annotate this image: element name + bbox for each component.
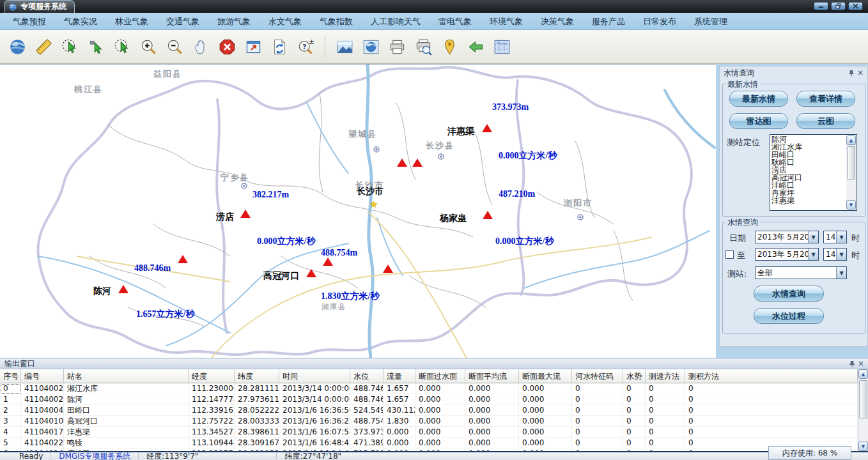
menu-item[interactable]: 水文气象	[260, 13, 311, 30]
restore-button[interactable]	[831, 2, 846, 10]
chevron-down-icon[interactable]: ▼	[808, 249, 818, 260]
menu-item[interactable]: 人工影响天气	[362, 13, 430, 30]
previous-view-icon[interactable]	[466, 37, 485, 56]
menu-item[interactable]: 气象预报	[4, 13, 55, 30]
zoom-in-icon[interactable]	[139, 37, 158, 56]
minimize-button[interactable]	[814, 2, 828, 10]
menu-item[interactable]: 气象指数	[311, 13, 362, 30]
table-row[interactable]: 141104002陈河112.14777827.9736112013/3/14 …	[0, 394, 858, 405]
column-header[interactable]: 水位	[350, 369, 384, 383]
panel-close-icon[interactable]: ×	[856, 359, 865, 368]
water-query-button[interactable]: 水情查询	[754, 286, 824, 302]
print-preview-icon[interactable]	[414, 37, 433, 56]
menu-item[interactable]: 服务产品	[583, 13, 634, 30]
station-marker-icon[interactable]	[240, 210, 251, 218]
hour-from-select[interactable]: 14▼	[823, 231, 847, 243]
column-header[interactable]: 测速方法	[646, 369, 685, 383]
column-header[interactable]: 断面平均流	[465, 369, 519, 383]
chevron-down-icon[interactable]: ▼	[836, 231, 846, 243]
pan-hand-icon[interactable]	[191, 37, 210, 56]
scroll-down-icon[interactable]: ▼	[846, 200, 856, 210]
view-details-button[interactable]: 查看详情	[796, 91, 855, 107]
image-swipe-icon[interactable]	[335, 37, 354, 56]
refresh-icon[interactable]	[270, 37, 289, 56]
column-header[interactable]: 编号	[21, 369, 64, 383]
column-header[interactable]: 纬度	[235, 369, 279, 383]
column-header[interactable]: 断面过水面	[415, 369, 465, 383]
panel-close-icon[interactable]: ×	[856, 68, 865, 77]
list-item[interactable]: 沣惠渠	[771, 197, 846, 204]
menu-item[interactable]: 日常发布	[634, 13, 685, 30]
station-marker-icon[interactable]	[306, 269, 316, 277]
menu-item[interactable]: 林业气象	[106, 13, 157, 30]
table-row[interactable]: 341104010高冠河口112.75722228.0033332013/1/6…	[0, 416, 858, 427]
listbox-scrollbar[interactable]: ▲ ▼	[846, 135, 856, 210]
table-header[interactable]: 序号编号站名经度纬度时间水位流量断面过水面断面平均流断面最大流河水特征码水势测速…	[0, 369, 858, 383]
chevron-down-icon[interactable]: ▼	[836, 249, 846, 260]
column-header[interactable]: 测积方法	[685, 369, 858, 383]
menu-item[interactable]: 决策气象	[532, 13, 583, 30]
menu-item[interactable]: 系统管理	[685, 13, 736, 30]
close-button[interactable]	[848, 2, 863, 10]
select-circle-icon[interactable]	[112, 37, 132, 56]
scroll-thumb[interactable]	[859, 380, 867, 418]
column-header[interactable]: 流量	[384, 369, 415, 383]
station-marker-icon[interactable]	[412, 158, 422, 167]
to-date-checkbox[interactable]	[725, 250, 734, 259]
station-marker-icon[interactable]	[483, 211, 493, 219]
chevron-down-icon[interactable]: ▼	[808, 231, 818, 243]
date-from-select[interactable]: 2013年 5月20日▼	[755, 231, 819, 243]
station-select[interactable]: 全部▼	[755, 266, 847, 279]
station-listbox[interactable]: 陈河湘江水库田峪口耿峪口涝店高冠河口沣峪口冉家坪沣惠渠 ▲ ▼	[770, 134, 857, 211]
menu-item[interactable]: 旅游气象	[208, 13, 260, 30]
fit-window-icon[interactable]	[244, 37, 263, 56]
locate-pin-icon[interactable]	[440, 37, 459, 56]
globe-icon[interactable]	[8, 37, 27, 56]
identify-icon[interactable]: ?±	[296, 37, 315, 56]
hour-to-select[interactable]: 14▼	[823, 248, 847, 261]
station-marker-icon[interactable]	[482, 124, 492, 132]
scroll-up-icon[interactable]: ▲	[846, 135, 856, 145]
menu-item[interactable]: 雷电气象	[430, 13, 481, 30]
measure-ruler-icon[interactable]	[34, 37, 53, 56]
date-to-select[interactable]: 2013年 5月20日▼	[755, 248, 819, 261]
select-arrow-icon[interactable]	[86, 37, 105, 56]
menu-item[interactable]: 环境气象	[481, 13, 532, 30]
column-header[interactable]: 时间	[279, 369, 350, 383]
pin-icon[interactable]	[847, 68, 856, 77]
station-marker-icon[interactable]	[178, 255, 188, 263]
column-header[interactable]: 水势	[623, 369, 646, 383]
table-row[interactable]: 041104002湘江水库111.23000028.2811112013/3/1…	[0, 383, 858, 394]
map-canvas[interactable]: 益阳县桃江县宁乡县望城县长沙县长沙市浏阳市湘潭县沣惠渠长沙市杨家蛊涝店陈河高冠河…	[0, 64, 716, 358]
chevron-down-icon[interactable]: ▼	[836, 267, 846, 279]
stop-icon[interactable]	[217, 37, 236, 56]
table-scrollbar[interactable]: ▲ ▼	[858, 369, 868, 451]
table-row[interactable]: 541104022鸣犊113.10944428.3091672013/1/6 1…	[0, 438, 858, 448]
water-level-process-button[interactable]: 水位过程	[754, 308, 824, 324]
column-header[interactable]: 经度	[189, 369, 235, 383]
column-header[interactable]: 河水特征码	[572, 369, 623, 383]
select-features-icon[interactable]	[60, 37, 79, 56]
column-header[interactable]: 站名	[64, 369, 189, 383]
world-view-icon[interactable]	[361, 37, 380, 56]
pin-icon[interactable]	[848, 359, 856, 368]
column-header[interactable]: 序号	[0, 369, 21, 383]
print-icon[interactable]	[387, 37, 407, 56]
station-marker-icon[interactable]	[118, 285, 128, 293]
menu-item[interactable]: 交通气象	[157, 13, 208, 30]
zoom-out-icon[interactable]	[165, 37, 184, 56]
scroll-down-icon[interactable]: ▼	[858, 441, 868, 451]
latest-water-button[interactable]: 最新水情	[729, 91, 788, 107]
station-marker-icon[interactable]	[323, 257, 333, 266]
station-marker-icon[interactable]	[383, 264, 393, 273]
cloud-image-button[interactable]: 云图	[796, 113, 855, 129]
radar-chart-button[interactable]: 雷达图	[729, 113, 788, 129]
scroll-up-icon[interactable]: ▲	[858, 369, 868, 379]
overview-map-icon[interactable]	[492, 37, 511, 56]
menu-item[interactable]: 气象实况	[55, 13, 106, 30]
table-row[interactable]: 441104017沣惠渠113.34527828.3986112013/1/6 …	[0, 427, 858, 438]
scroll-thumb[interactable]	[847, 146, 855, 180]
column-header[interactable]: 断面最大流	[519, 369, 572, 383]
table-row[interactable]: 241104004田峪口112.33916728.0522222013/1/6 …	[0, 405, 858, 416]
station-marker-icon[interactable]	[397, 158, 407, 167]
